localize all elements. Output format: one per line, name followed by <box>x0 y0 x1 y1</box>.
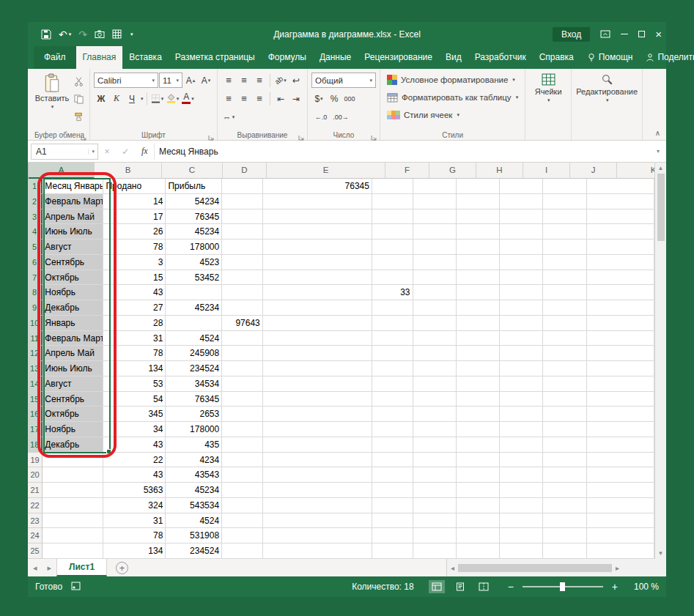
cell-K10[interactable] <box>587 316 654 331</box>
cell-A23[interactable] <box>43 513 103 529</box>
cell-C5[interactable]: 178000 <box>166 240 222 255</box>
comma-style-button[interactable]: 000 <box>342 92 357 106</box>
cell-F1[interactable] <box>372 179 413 194</box>
cell-J5[interactable] <box>543 240 586 255</box>
cell-F24[interactable] <box>372 528 413 543</box>
cell-G20[interactable] <box>413 467 457 483</box>
cell-H25[interactable] <box>457 543 500 559</box>
column-header-B[interactable]: B <box>95 163 162 179</box>
cell-F12[interactable] <box>372 346 413 361</box>
cell-C6[interactable]: 4523 <box>166 255 222 270</box>
cell-I2[interactable] <box>500 194 543 209</box>
page-layout-view-button[interactable] <box>452 580 468 593</box>
grid-button[interactable] <box>112 29 122 39</box>
cell-A1[interactable]: Месяц Январь <box>43 179 103 194</box>
cell-B2[interactable]: 14 <box>103 194 166 209</box>
cell-H2[interactable] <box>457 194 500 209</box>
cell-K12[interactable] <box>587 346 654 361</box>
row-header-5[interactable]: 5 <box>28 240 43 255</box>
cell-F5[interactable] <box>372 240 413 255</box>
qat-customize-button[interactable]: ▾ <box>129 31 133 37</box>
cell-I16[interactable] <box>500 407 543 422</box>
row-header-24[interactable]: 24 <box>28 528 43 543</box>
scroll-left-icon[interactable]: ◂ <box>451 564 454 572</box>
cell-F7[interactable] <box>372 270 413 286</box>
cell-A14[interactable]: Август <box>43 376 103 392</box>
row-header-4[interactable]: 4 <box>28 224 43 240</box>
cell-B6[interactable]: 3 <box>103 255 166 270</box>
cell-I24[interactable] <box>500 528 543 543</box>
cell-B1[interactable]: Продано <box>103 179 166 194</box>
column-header-K[interactable]: K <box>617 163 654 179</box>
cell-A21[interactable] <box>43 483 103 498</box>
column-header-I[interactable]: I <box>523 163 570 179</box>
horizontal-scrollbar[interactable]: ◂ ▸ <box>446 559 666 576</box>
row-header-3[interactable]: 3 <box>28 209 43 225</box>
cell-I21[interactable] <box>500 483 543 498</box>
cell-G11[interactable] <box>413 331 457 346</box>
cell-E7[interactable] <box>263 270 372 286</box>
cell-G24[interactable] <box>413 528 457 543</box>
fill-handle[interactable] <box>106 449 111 454</box>
cell-A3[interactable]: Апрель Май <box>43 209 103 225</box>
row-header-8[interactable]: 8 <box>28 285 43 300</box>
cell-D5[interactable] <box>222 240 263 255</box>
select-all-button[interactable] <box>28 163 29 179</box>
cell-A16[interactable]: Октябрь <box>43 407 103 422</box>
zoom-out-button[interactable]: − <box>508 581 514 593</box>
cell-E15[interactable] <box>263 392 372 407</box>
share-button[interactable]: Поделиться <box>639 46 694 69</box>
collapse-ribbon-button[interactable]: ∧ <box>655 129 660 137</box>
cell-F17[interactable] <box>372 422 413 437</box>
cell-A15[interactable]: Сентябрь <box>43 392 103 407</box>
cut-button[interactable] <box>71 74 86 89</box>
fill-color-button[interactable]: ▾ <box>166 92 180 106</box>
cell-B20[interactable]: 43 <box>103 467 166 483</box>
cell-J9[interactable] <box>543 300 586 316</box>
cell-E20[interactable] <box>263 467 372 483</box>
cell-G6[interactable] <box>413 255 457 270</box>
row-header-25[interactable]: 25 <box>28 543 43 559</box>
row-header-13[interactable]: 13 <box>28 361 43 376</box>
align-bottom-button[interactable]: ≡ <box>252 73 267 88</box>
increase-decimal-button[interactable]: ←.0 <box>311 110 331 125</box>
sheet-tab-list1[interactable]: Лист1 <box>56 559 107 576</box>
cell-D23[interactable] <box>222 513 263 529</box>
cell-G15[interactable] <box>413 392 457 407</box>
cell-G18[interactable] <box>413 437 457 453</box>
cell-C19[interactable]: 4234 <box>166 453 222 468</box>
cell-H10[interactable] <box>457 316 500 331</box>
cell-D12[interactable] <box>222 346 263 361</box>
cell-B25[interactable]: 134 <box>103 543 166 559</box>
row-header-12[interactable]: 12 <box>28 346 43 361</box>
merge-center-button[interactable]: ⇔▾ <box>221 110 236 125</box>
column-header-H[interactable]: H <box>476 163 523 179</box>
cell-A22[interactable] <box>43 498 103 513</box>
column-header-C[interactable]: C <box>162 163 223 179</box>
cell-C18[interactable]: 435 <box>166 437 222 453</box>
format-painter-button[interactable] <box>71 109 86 124</box>
cell-J19[interactable] <box>543 453 586 468</box>
cell-H11[interactable] <box>457 331 500 346</box>
cell-K9[interactable] <box>587 300 654 316</box>
cell-F3[interactable] <box>372 209 413 225</box>
cell-I18[interactable] <box>500 437 543 453</box>
cell-K14[interactable] <box>587 376 654 392</box>
cell-I9[interactable] <box>500 300 543 316</box>
cell-A5[interactable]: Август <box>43 240 103 255</box>
tab-главная[interactable]: Главная <box>76 46 123 69</box>
cell-C24[interactable]: 531908 <box>166 528 222 543</box>
cell-I19[interactable] <box>500 453 543 468</box>
cell-H1[interactable] <box>457 179 500 194</box>
accounting-format-button[interactable]: $▾ <box>311 92 326 106</box>
minimize-button[interactable] <box>621 34 628 34</box>
cell-K7[interactable] <box>587 270 654 286</box>
row-header-1[interactable]: 1 <box>28 179 43 194</box>
signin-button[interactable]: Вход <box>553 27 590 42</box>
increase-font-size-button[interactable]: А▴ <box>183 73 198 88</box>
cell-D24[interactable] <box>222 528 263 543</box>
cell-F15[interactable] <box>372 392 413 407</box>
cell-K11[interactable] <box>587 331 654 346</box>
cell-G14[interactable] <box>413 376 457 392</box>
scroll-right-icon[interactable]: ▸ <box>616 564 619 572</box>
